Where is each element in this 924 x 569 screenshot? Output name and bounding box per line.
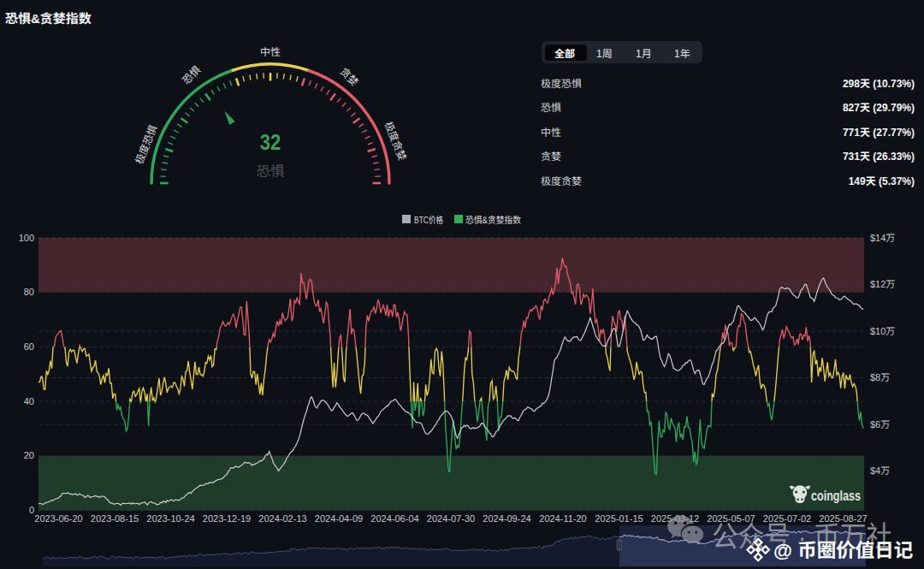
svg-text:2023-12-19: 2023-12-19 [203, 513, 251, 524]
svg-text:@ 币圈价值日记: @ 币圈价值日记 [773, 540, 913, 561]
svg-text:2024-11-20: 2024-11-20 [539, 513, 586, 524]
svg-text:40: 40 [24, 396, 34, 406]
svg-text:$10万: $10万 [870, 326, 895, 336]
svg-text:2024-07-30: 2024-07-30 [427, 513, 475, 524]
svg-text:2023-08-15: 2023-08-15 [91, 513, 139, 524]
svg-text:100: 100 [19, 233, 34, 243]
svg-text:2024-04-09: 2024-04-09 [315, 513, 363, 524]
svg-text:0: 0 [29, 505, 34, 515]
svg-text:$14万: $14万 [870, 233, 895, 243]
svg-text:2025-01-15: 2025-01-15 [595, 513, 643, 524]
svg-text:极度恐惧: 极度恐惧 [133, 123, 160, 166]
svg-text:80: 80 [24, 287, 34, 297]
svg-text:60: 60 [24, 341, 34, 352]
svg-text:2023-10-24: 2023-10-24 [146, 513, 194, 524]
svg-text:$8万: $8万 [870, 372, 890, 382]
svg-text:中性: 中性 [260, 46, 281, 58]
svg-text:$12万: $12万 [870, 279, 895, 289]
svg-text:2024-02-13: 2024-02-13 [258, 513, 306, 524]
svg-text:$4万: $4万 [870, 465, 890, 476]
svg-text:2024-06-04: 2024-06-04 [370, 513, 418, 524]
svg-text:BTC价格: BTC价格 [414, 215, 443, 225]
svg-text:2024-09-24: 2024-09-24 [483, 513, 530, 524]
svg-text:恐惧&贪婪指数: 恐惧&贪婪指数 [465, 215, 521, 225]
svg-text:恐惧: 恐惧 [257, 163, 285, 179]
svg-text:恐惧: 恐惧 [181, 64, 204, 87]
svg-text:coinglass: coinglass [811, 489, 861, 503]
svg-text:2023-06-20: 2023-06-20 [34, 513, 82, 524]
svg-text:32: 32 [260, 130, 281, 154]
svg-text:20: 20 [24, 450, 34, 460]
svg-text:$6万: $6万 [870, 419, 890, 430]
svg-text:贪婪: 贪婪 [338, 66, 361, 89]
